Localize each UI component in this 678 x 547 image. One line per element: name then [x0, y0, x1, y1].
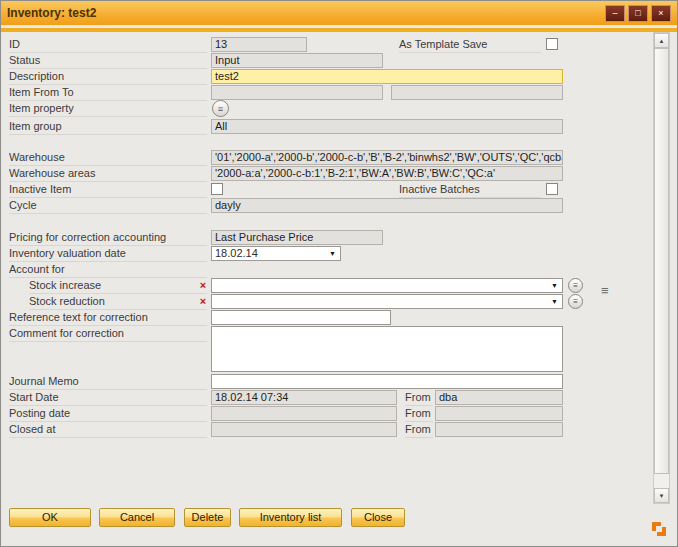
label-stock-increase: Stock increase	[29, 278, 207, 294]
description-field[interactable]: test2	[211, 69, 563, 84]
label-reference-text: Reference text for correction	[9, 310, 207, 326]
vertical-scrollbar[interactable]: ▲ ▼	[653, 32, 670, 504]
titlebar: Inventory: test2 – □ ×	[1, 1, 677, 25]
inventory-window: Inventory: test2 – □ × ID 13 As Template…	[0, 0, 678, 547]
close-icon: ×	[658, 9, 663, 18]
pricing-field: Last Purchase Price	[211, 230, 383, 245]
scroll-up-button[interactable]: ▲	[654, 33, 669, 48]
accent-line	[1, 28, 677, 32]
inactive-batches-checkbox[interactable]	[546, 183, 558, 195]
label-warehouse: Warehouse	[9, 150, 207, 166]
cycle-field: dayly	[211, 198, 563, 213]
label-item-group: Item group	[9, 119, 207, 135]
invalid-icon: ×	[197, 294, 209, 309]
start-from-field: dba	[435, 390, 563, 405]
label-posting-date: Posting date	[9, 406, 207, 422]
item-to-field	[391, 85, 563, 100]
label-inactive-batches: Inactive Batches	[399, 182, 541, 198]
stock-reduction-choose-button[interactable]: ≡	[568, 294, 583, 309]
valuation-date-select[interactable]: 18.02.14 ▼	[211, 246, 341, 261]
status-field: Input	[211, 53, 383, 68]
id-field: 13	[211, 37, 307, 52]
close-button-footer[interactable]: Close	[351, 508, 405, 527]
posting-date-field	[211, 406, 397, 421]
scroll-down-button[interactable]: ▼	[654, 488, 669, 503]
dropdown-arrow-icon: ▼	[548, 295, 561, 308]
label-start-date: Start Date	[9, 390, 207, 406]
posting-from-field	[435, 406, 563, 421]
label-comment: Comment for correction	[9, 326, 207, 342]
maximize-icon: □	[635, 9, 640, 18]
label-from: From	[405, 406, 433, 422]
warehouse-field: '01','2000-a','2000-b','2000-c-b','B','B…	[211, 150, 563, 165]
menu-icon: ≡	[573, 297, 578, 306]
inventory-list-button[interactable]: Inventory list	[239, 508, 342, 527]
reference-text-input[interactable]	[211, 310, 391, 325]
scroll-thumb[interactable]	[654, 48, 669, 474]
label-warehouse-areas: Warehouse areas	[9, 166, 207, 182]
scroll-down-icon: ▼	[659, 493, 665, 499]
form-settings-glyph	[651, 521, 667, 537]
stock-increase-choose-button[interactable]: ≡	[568, 278, 583, 293]
start-date-field: 18.02.14 07:34	[211, 390, 397, 405]
menu-icon[interactable]: ≡	[601, 284, 609, 297]
label-description: Description	[9, 69, 207, 85]
stock-increase-select[interactable]: ▼	[211, 278, 563, 293]
label-stock-reduction: Stock reduction	[29, 294, 207, 310]
closed-from-field	[435, 422, 563, 437]
label-closed-at: Closed at	[9, 422, 207, 438]
invalid-icon: ×	[197, 278, 209, 293]
label-from: From	[405, 422, 433, 438]
stock-reduction-select[interactable]: ▼	[211, 294, 563, 309]
label-item-property: Item property	[9, 101, 207, 117]
label-id: ID	[9, 37, 207, 53]
label-valuation-date: Inventory valuation date	[9, 246, 207, 262]
item-property-button[interactable]: ≡	[212, 100, 229, 117]
valuation-date-value: 18.02.14	[215, 247, 258, 259]
label-inactive-item: Inactive Item	[9, 182, 207, 198]
menu-icon: ≡	[218, 104, 223, 114]
dropdown-arrow-icon: ▼	[548, 279, 561, 292]
minimize-button[interactable]: –	[605, 5, 625, 22]
label-journal-memo: Journal Memo	[9, 374, 207, 390]
scroll-up-icon: ▲	[659, 38, 665, 44]
menu-icon: ≡	[573, 281, 578, 290]
comment-textarea[interactable]	[211, 326, 563, 372]
label-cycle: Cycle	[9, 198, 207, 214]
label-from: From	[405, 390, 433, 406]
window-title: Inventory: test2	[7, 6, 96, 20]
item-from-field	[211, 85, 383, 100]
as-template-save-checkbox[interactable]	[546, 38, 558, 50]
label-item-from-to: Item From To	[9, 85, 207, 101]
label-account-for: Account for	[9, 262, 207, 278]
label-pricing: Pricing for correction accounting	[9, 230, 207, 246]
closed-at-field	[211, 422, 397, 437]
inactive-item-checkbox[interactable]	[211, 183, 223, 195]
ok-button[interactable]: OK	[9, 508, 91, 527]
form-settings-icon[interactable]	[651, 521, 667, 537]
maximize-button[interactable]: □	[628, 5, 648, 22]
minimize-icon: –	[612, 9, 617, 18]
label-status: Status	[9, 53, 207, 69]
warehouse-areas-field: '2000-a:a','2000-c-b:1','B-2:1','BW:A','…	[211, 166, 563, 181]
label-as-template-save: As Template Save	[399, 37, 541, 53]
window-controls: – □ ×	[602, 5, 671, 22]
close-button[interactable]: ×	[651, 5, 671, 22]
cancel-button[interactable]: Cancel	[99, 508, 175, 527]
delete-button[interactable]: Delete	[184, 508, 231, 527]
journal-memo-input[interactable]	[211, 374, 563, 389]
item-group-field: All	[211, 119, 563, 134]
dropdown-arrow-icon: ▼	[326, 247, 339, 260]
